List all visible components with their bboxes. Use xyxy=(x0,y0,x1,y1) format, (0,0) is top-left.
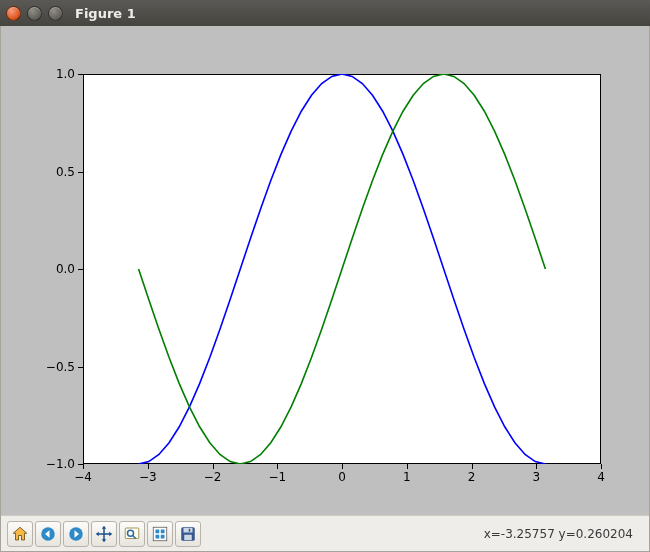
series-sin(x) xyxy=(139,74,546,464)
home-button[interactable] xyxy=(7,521,33,547)
minimize-icon[interactable] xyxy=(27,6,42,21)
navigation-toolbar: x=-3.25757 y=0.260204 xyxy=(1,515,649,551)
subplots-button[interactable] xyxy=(147,521,173,547)
save-icon xyxy=(179,525,197,543)
arrow-right-icon xyxy=(67,525,85,543)
plot-lines xyxy=(1,26,649,514)
zoom-icon xyxy=(123,525,141,543)
svg-rect-7 xyxy=(156,529,160,533)
svg-rect-10 xyxy=(161,534,165,538)
svg-rect-14 xyxy=(189,528,191,531)
window-controls xyxy=(6,6,63,21)
back-button[interactable] xyxy=(35,521,61,547)
maximize-icon[interactable] xyxy=(48,6,63,21)
coords-readout: x=-3.25757 y=0.260204 xyxy=(484,527,643,541)
svg-rect-12 xyxy=(184,528,193,533)
subplots-icon xyxy=(151,525,169,543)
move-icon xyxy=(95,525,113,543)
window-title: Figure 1 xyxy=(75,6,136,21)
zoom-button[interactable] xyxy=(119,521,145,547)
window-client: −4−3−2−101234−1.0−0.50.00.51.0 x=-3.2575… xyxy=(0,26,650,552)
forward-button[interactable] xyxy=(63,521,89,547)
svg-rect-8 xyxy=(161,529,165,533)
arrow-left-icon xyxy=(39,525,57,543)
svg-rect-9 xyxy=(156,534,160,538)
svg-rect-13 xyxy=(184,534,192,539)
save-button[interactable] xyxy=(175,521,201,547)
home-icon xyxy=(11,525,29,543)
pan-button[interactable] xyxy=(91,521,117,547)
window-titlebar: Figure 1 xyxy=(0,0,650,26)
close-icon[interactable] xyxy=(6,6,21,21)
svg-rect-6 xyxy=(153,527,167,541)
figure-canvas[interactable]: −4−3−2−101234−1.0−0.50.00.51.0 xyxy=(1,26,649,515)
